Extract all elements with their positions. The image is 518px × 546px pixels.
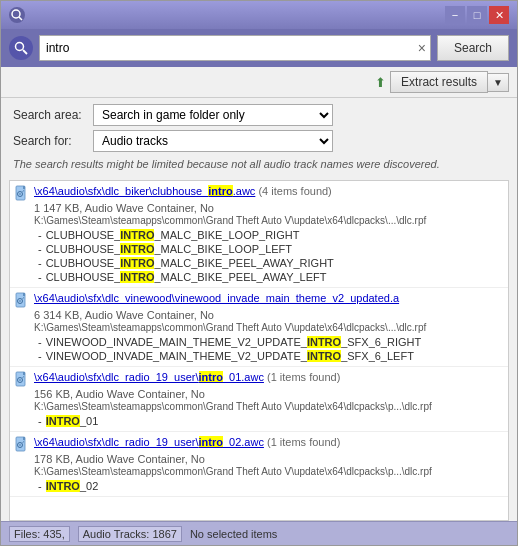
- search-bar: × Search: [1, 29, 517, 67]
- tracks-count: Audio Tracks: 1867: [78, 526, 182, 542]
- result-header: \x64\audio\sfx\dlc_vinewood\vinewood_inv…: [10, 288, 508, 309]
- results-container[interactable]: \x64\audio\sfx\dlc_biker\clubhouse_intro…: [9, 180, 509, 521]
- app-icon: [9, 7, 25, 23]
- result-meta: 178 KB, Audio Wave Container, No: [10, 453, 508, 466]
- extract-icon: ⬆: [375, 75, 386, 90]
- result-group: \x64\audio\sfx\dlc_radio_19_user\intro_0…: [10, 367, 508, 432]
- extract-arrow-button[interactable]: ▼: [488, 73, 509, 92]
- search-icon: [9, 36, 33, 60]
- audio-file-icon: [14, 371, 30, 387]
- item-dash: -: [38, 243, 42, 255]
- toolbar: ⬆ Extract results ▼: [1, 67, 517, 98]
- item-dash: -: [38, 229, 42, 241]
- search-clear-button[interactable]: ×: [416, 41, 428, 55]
- result-items: - INTRO_02: [10, 479, 508, 496]
- item-name: CLUBHOUSE_INTRO_MALC_BIKE_PEEL_AWAY_RIGH…: [46, 257, 334, 269]
- result-full-path: K:\Games\Steam\steamapps\common\Grand Th…: [10, 322, 508, 335]
- svg-marker-10: [23, 293, 25, 296]
- filter-area: Search area: Search in game folder only …: [1, 98, 517, 180]
- svg-marker-15: [23, 372, 25, 375]
- main-window: − □ ✕ × Search ⬆ Extract results ▼ Searc…: [0, 0, 518, 546]
- search-area-select[interactable]: Search in game folder only: [93, 104, 333, 126]
- search-input[interactable]: [39, 35, 431, 61]
- status-bar: Files: 435, Audio Tracks: 1867 No select…: [1, 521, 517, 545]
- title-bar-left: [9, 7, 25, 23]
- item-dash: -: [38, 257, 42, 269]
- result-item: - CLUBHOUSE_INTRO_MALC_BIKE_LOOP_LEFT: [34, 242, 508, 256]
- title-bar: − □ ✕: [1, 1, 517, 29]
- search-for-row: Search for: Audio tracks: [13, 130, 505, 152]
- audio-file-icon: [14, 185, 30, 201]
- result-meta: 1 147 KB, Audio Wave Container, No: [10, 202, 508, 215]
- result-full-path: K:\Games\Steam\steamapps\common\Grand Th…: [10, 466, 508, 479]
- item-dash: -: [38, 415, 42, 427]
- svg-point-2: [16, 43, 24, 51]
- result-full-path: K:\Games\Steam\steamapps\common\Grand Th…: [10, 401, 508, 414]
- result-items: - INTRO_01: [10, 414, 508, 431]
- item-name: VINEWOOD_INVADE_MAIN_THEME_V2_UPDATE_INT…: [46, 336, 422, 348]
- svg-marker-5: [23, 186, 25, 189]
- result-header: \x64\audio\sfx\dlc_biker\clubhouse_intro…: [10, 181, 508, 202]
- result-path-link[interactable]: \x64\audio\sfx\dlc_radio_19_user\intro_0…: [34, 436, 264, 448]
- title-controls: − □ ✕: [445, 6, 509, 24]
- result-group: \x64\audio\sfx\dlc_biker\clubhouse_intro…: [10, 181, 508, 288]
- result-items: - CLUBHOUSE_INTRO_MALC_BIKE_LOOP_RIGHT -…: [10, 228, 508, 287]
- result-header-text: \x64\audio\sfx\dlc_vinewood\vinewood_inv…: [34, 291, 504, 305]
- item-name: CLUBHOUSE_INTRO_MALC_BIKE_PEEL_AWAY_LEFT: [46, 271, 327, 283]
- minimize-button[interactable]: −: [445, 6, 465, 24]
- search-area-row: Search area: Search in game folder only: [13, 104, 505, 126]
- result-header-text: \x64\audio\sfx\dlc_radio_19_user\intro_0…: [34, 370, 504, 384]
- item-dash: -: [38, 271, 42, 283]
- no-selection-label: No selected items: [190, 528, 277, 540]
- item-name: CLUBHOUSE_INTRO_MALC_BIKE_LOOP_RIGHT: [46, 229, 300, 241]
- close-button[interactable]: ✕: [489, 6, 509, 24]
- extract-results-button[interactable]: Extract results: [390, 71, 488, 93]
- item-name: CLUBHOUSE_INTRO_MALC_BIKE_LOOP_LEFT: [46, 243, 292, 255]
- result-item: - INTRO_02: [34, 479, 508, 493]
- result-header: \x64\audio\sfx\dlc_radio_19_user\intro_0…: [10, 432, 508, 453]
- search-button[interactable]: Search: [437, 35, 509, 61]
- info-text: The search results might be limited beca…: [13, 156, 505, 174]
- result-item: - INTRO_01: [34, 414, 508, 428]
- result-header: \x64\audio\sfx\dlc_radio_19_user\intro_0…: [10, 367, 508, 388]
- result-group: \x64\audio\sfx\dlc_radio_19_user\intro_0…: [10, 432, 508, 497]
- result-item: - VINEWOOD_INVADE_MAIN_THEME_V2_UPDATE_I…: [34, 349, 508, 363]
- result-path-link[interactable]: \x64\audio\sfx\dlc_biker\clubhouse_intro…: [34, 185, 255, 197]
- item-name: VINEWOOD_INVADE_MAIN_THEME_V2_UPDATE_INT…: [46, 350, 414, 362]
- result-items: - VINEWOOD_INVADE_MAIN_THEME_V2_UPDATE_I…: [10, 335, 508, 366]
- result-item: - CLUBHOUSE_INTRO_MALC_BIKE_LOOP_RIGHT: [34, 228, 508, 242]
- result-path-link[interactable]: \x64\audio\sfx\dlc_vinewood\vinewood_inv…: [34, 292, 399, 304]
- extract-results-container: ⬆ Extract results ▼: [375, 71, 509, 93]
- item-dash: -: [38, 336, 42, 348]
- result-group: \x64\audio\sfx\dlc_vinewood\vinewood_inv…: [10, 288, 508, 367]
- svg-point-22: [19, 444, 21, 446]
- search-for-select[interactable]: Audio tracks: [93, 130, 333, 152]
- result-path-link[interactable]: \x64\audio\sfx\dlc_radio_19_user\intro_0…: [34, 371, 264, 383]
- files-count: Files: 435,: [9, 526, 70, 542]
- maximize-button[interactable]: □: [467, 6, 487, 24]
- item-dash: -: [38, 480, 42, 492]
- result-meta: 6 314 KB, Audio Wave Container, No: [10, 309, 508, 322]
- svg-line-3: [23, 50, 27, 54]
- audio-file-icon: [14, 436, 30, 452]
- svg-point-0: [12, 10, 20, 18]
- result-full-path: K:\Games\Steam\steamapps\common\Grand Th…: [10, 215, 508, 228]
- result-item: - CLUBHOUSE_INTRO_MALC_BIKE_PEEL_AWAY_LE…: [34, 270, 508, 284]
- svg-point-17: [19, 379, 21, 381]
- result-item: - CLUBHOUSE_INTRO_MALC_BIKE_PEEL_AWAY_RI…: [34, 256, 508, 270]
- svg-point-7: [19, 193, 21, 195]
- result-header-text: \x64\audio\sfx\dlc_radio_19_user\intro_0…: [34, 435, 504, 449]
- result-item: - VINEWOOD_INVADE_MAIN_THEME_V2_UPDATE_I…: [34, 335, 508, 349]
- audio-file-icon: [14, 292, 30, 308]
- item-name: INTRO_01: [46, 415, 99, 427]
- result-header-text: \x64\audio\sfx\dlc_biker\clubhouse_intro…: [34, 184, 504, 198]
- result-meta: 156 KB, Audio Wave Container, No: [10, 388, 508, 401]
- svg-point-12: [19, 300, 21, 302]
- item-dash: -: [38, 350, 42, 362]
- svg-line-1: [19, 17, 22, 20]
- search-input-container: ×: [39, 35, 431, 61]
- search-area-label: Search area:: [13, 108, 93, 122]
- svg-marker-20: [23, 437, 25, 440]
- search-for-label: Search for:: [13, 134, 93, 148]
- item-name: INTRO_02: [46, 480, 99, 492]
